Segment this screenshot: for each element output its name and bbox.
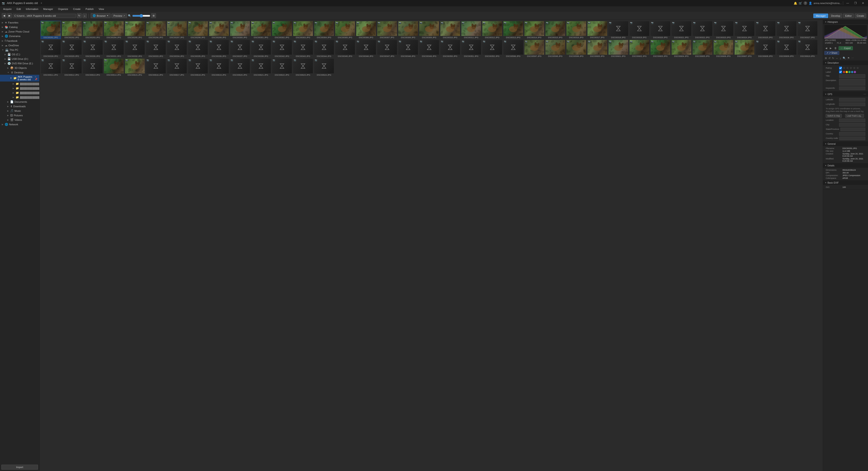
share-button[interactable]: ↗ ↗ Share <box>825 51 839 55</box>
latitude-input[interactable] <box>839 98 865 102</box>
import-button[interactable]: Import <box>1 465 38 470</box>
sidebar-item-akk-puppies[interactable]: ▼ 📁 AKK Puppies 8 weeks old ✎ 📌 <box>0 75 39 81</box>
thumbnail-item[interactable]: 📷DSC00297.JPG <box>166 21 187 39</box>
thumbnail-item[interactable]: 📷DSC00310.JPG <box>440 21 460 39</box>
back-button[interactable]: ◀ <box>2 13 6 18</box>
sidebar-item-zoner-cloud[interactable]: ▶ ☁ Zoner Photo Cloud <box>0 29 39 34</box>
thumbnail-item[interactable]: 📷DSC00319.JPG <box>629 21 650 39</box>
thumbnail-item[interactable]: 📷DSC00349.JPG <box>419 39 439 58</box>
thumbnail-item[interactable]: 📷DSC00613.JPG <box>83 58 103 76</box>
grid-view-button[interactable]: ⊞ <box>151 13 156 18</box>
help-icon[interactable]: ? <box>804 1 807 5</box>
thumbnail-item[interactable]: 📷DSC00325.JPG <box>755 21 776 39</box>
thumbnail-item[interactable]: 📷DSC00324.JPG <box>734 21 755 39</box>
thumbnail-item[interactable]: 📷DSC00343.JPG <box>293 39 313 58</box>
thumbnail-item[interactable]: 📷DSC00298.JPG <box>188 21 208 39</box>
description-input[interactable] <box>839 79 865 86</box>
thumbnail-item[interactable]: 📷DSC00345.JPG <box>335 39 355 58</box>
thumbnail-item[interactable]: 📷DSC00320.JPG <box>650 21 671 39</box>
longitude-input[interactable] <box>839 102 865 106</box>
thumbnail-item[interactable]: 📷DSC00348.JPG <box>398 39 418 58</box>
manager-tab[interactable]: Manager <box>813 13 828 18</box>
sidebar-item-3d-objects[interactable]: ▶ 📦 3D Objects <box>0 66 39 70</box>
thumbnail-item[interactable]: 📷DSC00600.JPG <box>587 39 608 58</box>
editor-tab[interactable]: Editor <box>843 13 854 18</box>
sidebar-item-videos[interactable]: ▶ 🎬 Videos <box>0 117 39 122</box>
sidebar-item-facebook[interactable]: ▶ f Facebook <box>0 38 39 43</box>
thumbnail-item[interactable]: 📷DSC00317.JPG <box>587 21 608 39</box>
general-header[interactable]: ▼ General <box>823 142 868 146</box>
thumbnail-item[interactable]: 📷DSC00330.JPG <box>83 39 103 58</box>
thumbnail-item[interactable]: 📷DSC00321.JPG <box>671 21 692 39</box>
thumbnail-item[interactable]: 📷DSC00294.JPG <box>103 21 124 39</box>
thumbnail-item[interactable]: 📷DSC00616.JPG <box>146 58 166 76</box>
thumbnail-item[interactable]: 📷DSC00334.JPG <box>166 39 187 58</box>
thumbnail-item[interactable]: 📷DSC00342.JPG <box>272 39 292 58</box>
sidebar-item-sub2[interactable]: ▶ 📁 ████████████████ <box>0 86 39 91</box>
color-yellow[interactable] <box>846 71 848 73</box>
sidebar-item-network[interactable]: ▶ 🌐 Network <box>0 122 39 127</box>
thumbnail-item[interactable]: 📷DSC00333.JPG <box>146 39 166 58</box>
sidebar-item-this-pc[interactable]: ▼ 💻 This PC <box>0 48 39 52</box>
flag-icon[interactable]: ⚑ <box>847 56 850 60</box>
color-green[interactable] <box>848 71 850 73</box>
develop-tab[interactable]: Develop <box>829 13 842 18</box>
location-input[interactable] <box>839 119 865 122</box>
gps-menu-icon[interactable]: ⋯ <box>864 93 866 96</box>
thumbnail-item[interactable]: 📷DSC00311.JPG <box>461 21 482 39</box>
thumbnail-item[interactable]: 📷DSC00606.JPG <box>713 39 734 58</box>
thumbnail-item[interactable]: 📷DSC00617.JPG <box>166 58 187 76</box>
close-button[interactable]: ✕ <box>860 0 866 6</box>
state-input[interactable] <box>840 128 865 131</box>
thumbnail-item[interactable]: 📷DSC00336.JPG <box>209 39 229 58</box>
browser-button[interactable]: 🌐 Browser ▼ <box>91 13 111 18</box>
thumbnail-item[interactable]: 📷DSC00329.JPG <box>61 39 82 58</box>
thumbnail-item[interactable]: 📷DSC00301.JPG <box>251 21 271 39</box>
thumbnail-item[interactable]: 📷DSC00315.JPG <box>545 21 565 39</box>
color-red[interactable] <box>843 71 845 73</box>
thumbnail-item[interactable]: 📷DSC00610.JPG <box>797 39 818 58</box>
thumbnail-item[interactable]: 📷DSC00619.JPG <box>209 58 229 76</box>
thumbnail-item[interactable]: 📷DSC00599.JPG <box>566 39 587 58</box>
thumbnail-item[interactable]: 📷DSC00299.JPG <box>209 21 229 39</box>
thumbnail-item[interactable]: 📷DSC00322.JPG <box>692 21 713 39</box>
thumbnail-item[interactable]: 📷DSC00291.JPG <box>40 21 61 39</box>
thumbnail-item[interactable]: 📷DSC00327.JPG <box>797 21 818 39</box>
thumbnail-item[interactable]: 📷DSC00614.JPG <box>103 58 124 76</box>
thumbnail-item[interactable]: 📷DSC00344.JPG <box>314 39 334 58</box>
thumbnail-item[interactable]: 📷DSC00622.JPG <box>272 58 292 76</box>
thumbnail-item[interactable]: 📷DSC00302.JPG <box>272 21 292 39</box>
notification-icon[interactable]: 🔔 <box>794 2 797 5</box>
thumbnail-item[interactable]: 📷DSC00623.JPG <box>293 58 313 76</box>
details-header[interactable]: ▼ Details <box>823 164 868 168</box>
histogram-header[interactable]: ▼ Histogram <box>823 20 868 24</box>
new-tab-button[interactable]: + <box>39 2 43 5</box>
forward-button[interactable]: ▶ <box>7 13 12 18</box>
thumbnail-item[interactable]: 📷DSC00326.JPG <box>776 21 797 39</box>
cart-icon[interactable]: 🛒 <box>799 2 802 5</box>
basic-exif-header[interactable]: ▼ Basic EXIF <box>823 181 868 185</box>
thumbnail-item[interactable]: 📷DSC00332.JPG <box>125 39 145 58</box>
sidebar-item-favorites[interactable]: ▶ ★ Favorites <box>0 20 39 25</box>
flip-icon[interactable]: ↔ <box>835 57 839 60</box>
thumbnail-item[interactable]: 📷DSC00328.JPG <box>40 39 61 58</box>
thumbnail-item[interactable]: 📷DSC00352.JPG <box>482 39 502 58</box>
thumbnail-item[interactable]: 📷DSC00323.JPG <box>713 21 734 39</box>
thumbnail-item[interactable]: 📷DSC00603.JPG <box>650 39 671 58</box>
gps-header[interactable]: ▼ GPS ⋯ <box>823 92 868 97</box>
thumbnail-item[interactable]: 📷DSC00604.JPG <box>671 39 692 58</box>
description-header[interactable]: ▼ Description <box>823 61 868 65</box>
refresh-button[interactable]: ↻ <box>77 13 82 18</box>
create-tab[interactable]: Create <box>855 13 866 18</box>
thumbnail-item[interactable]: 📷DSC00346.JPG <box>356 39 376 58</box>
thumbnail-item[interactable]: 📷DSC00293.JPG <box>83 21 103 39</box>
thumbnail-item[interactable]: 📷DSC00337.JPG <box>230 39 250 58</box>
keywords-input[interactable] <box>839 87 865 90</box>
thumbnail-item[interactable]: 📷DSC00597.JPG <box>524 39 545 58</box>
thumbnail-item[interactable]: 📷DSC00609.JPG <box>776 39 797 58</box>
thumbnail-item[interactable]: 📷DSC00316.JPG <box>566 21 587 39</box>
thumbnail-item[interactable]: 📷DSC00306.JPG <box>356 21 376 39</box>
menu-acquire[interactable]: Acquire <box>1 7 14 11</box>
menu-publish[interactable]: Publish <box>83 7 96 11</box>
thumbnail-item[interactable]: 📷DSC00331.JPG <box>103 39 124 58</box>
